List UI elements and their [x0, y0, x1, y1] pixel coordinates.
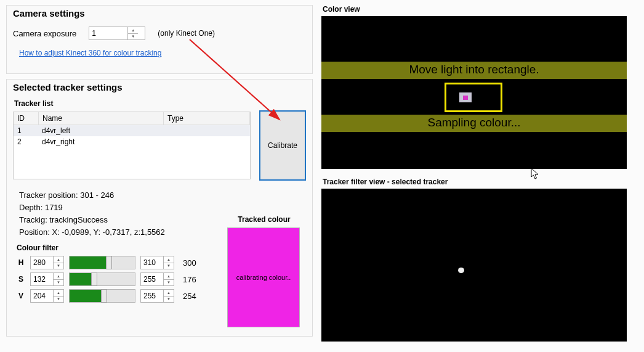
chevron-up-icon[interactable]: ▲ [54, 290, 63, 297]
chevron-down-icon[interactable]: ▼ [164, 280, 174, 286]
h-high-input[interactable] [141, 257, 163, 268]
tracker-position-readout: Tracker position: 301 - 246 [19, 189, 302, 202]
chevron-up-icon[interactable]: ▲ [54, 273, 63, 280]
camera-exposure-input[interactable] [89, 28, 127, 39]
s-high-stepper[interactable]: ▲▼ [140, 272, 174, 286]
v-low-stepper[interactable]: ▲▼ [30, 289, 64, 303]
camera-settings-title: Camera settings [13, 8, 85, 18]
calibrate-button[interactable]: Calibrate [259, 110, 306, 181]
camera-exposure-down-icon[interactable]: ▼ [128, 34, 138, 40]
color-view-sampling: Sampling colour... [321, 116, 627, 129]
tracker-list-label: Tracker list [14, 99, 249, 108]
chevron-down-icon[interactable]: ▼ [54, 263, 63, 269]
color-view-title: Color view [323, 5, 638, 14]
chevron-up-icon[interactable]: ▲ [164, 256, 174, 263]
v-label: V [17, 292, 25, 300]
chevron-up-icon[interactable]: ▲ [164, 290, 174, 297]
h-slider[interactable] [69, 256, 135, 269]
tracker-filter-view-title: Tracker filter view - selected tracker [323, 178, 638, 186]
chevron-down-icon[interactable]: ▼ [54, 280, 63, 286]
tracker-settings-title: Selected tracker settings [13, 82, 123, 92]
tracked-colour-panel: Tracked colour calibrating colour.. [227, 215, 301, 327]
h-label: H [17, 258, 25, 267]
table-row[interactable]: 2 d4vr_right [14, 136, 250, 147]
chevron-down-icon[interactable]: ▼ [164, 263, 174, 269]
camera-exposure-label: Camera exposure [13, 29, 76, 38]
v-low-input[interactable] [31, 290, 53, 301]
chevron-down-icon[interactable]: ▼ [54, 297, 63, 303]
camera-exposure-up-icon[interactable]: ▲ [128, 27, 138, 34]
s-readout: 176 [183, 275, 203, 284]
h-high-stepper[interactable]: ▲▼ [140, 256, 174, 269]
tracked-colour-title: Tracked colour [227, 215, 301, 224]
tracker-depth-readout: Depth: 1719 [19, 202, 302, 214]
s-high-input[interactable] [141, 274, 163, 285]
tracker-settings-panel: Selected tracker settings Tracker list I… [6, 79, 313, 337]
h-low-input[interactable] [31, 257, 53, 268]
filter-view-dot [458, 268, 464, 273]
col-header-type[interactable]: Type [164, 112, 250, 125]
v-readout: 254 [183, 292, 203, 301]
tracked-dot-icon [463, 96, 468, 100]
camera-kinect-note: (only Kinect One) [158, 29, 215, 38]
calibration-target-rect [445, 83, 502, 112]
color-view: Move light into rectangle. Sampling colo… [321, 16, 627, 169]
v-high-input[interactable] [141, 290, 163, 301]
h-readout: 300 [183, 258, 203, 268]
camera-settings-panel: Camera settings Camera exposure ▲ ▼ (onl… [6, 5, 313, 74]
kinect-help-link[interactable]: How to adjust Kinect 360 for colour trac… [19, 49, 161, 57]
tracker-filter-view [321, 189, 627, 342]
tracked-colour-status: calibrating colour.. [236, 274, 291, 281]
camera-exposure-stepper[interactable]: ▲ ▼ [89, 27, 145, 40]
table-row[interactable]: 1 d4vr_left [14, 125, 250, 136]
v-high-stepper[interactable]: ▲▼ [140, 289, 174, 303]
chevron-up-icon[interactable]: ▲ [54, 256, 63, 263]
tracker-list-table: ID Name Type 1 d4vr_left 2 d4vr_right [13, 112, 251, 179]
tracked-object-marker [459, 92, 472, 102]
s-slider[interactable] [69, 272, 135, 286]
s-low-input[interactable] [31, 274, 53, 285]
s-low-stepper[interactable]: ▲▼ [30, 272, 64, 286]
color-view-instruction: Move light into rectangle. [321, 63, 627, 76]
h-low-stepper[interactable]: ▲▼ [30, 256, 64, 269]
col-header-name[interactable]: Name [39, 112, 164, 125]
col-header-id[interactable]: ID [14, 112, 39, 125]
tracked-colour-swatch: calibrating colour.. [227, 227, 300, 327]
s-label: S [17, 275, 25, 284]
v-slider[interactable] [69, 289, 135, 303]
chevron-up-icon[interactable]: ▲ [164, 273, 174, 280]
chevron-down-icon[interactable]: ▼ [164, 297, 174, 303]
